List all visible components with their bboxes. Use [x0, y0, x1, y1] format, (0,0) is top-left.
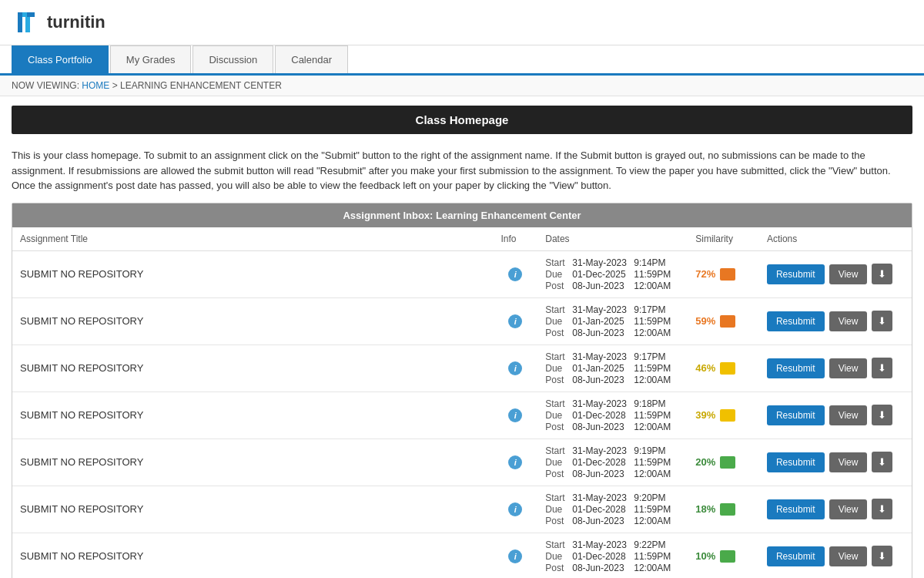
due-date: 01-Jan-2025	[572, 363, 634, 374]
post-label: Post	[545, 469, 572, 479]
start-date: 31-May-2023	[572, 445, 634, 456]
description-text: This is your class homepage. To submit t…	[0, 142, 924, 203]
svg-rect-3	[27, 12, 35, 17]
similarity-bar	[720, 503, 735, 516]
download-button[interactable]: ⬇	[872, 358, 892, 378]
start-date: 31-May-2023	[572, 398, 634, 409]
table-row: SUBMIT NO REPOSITORY i Start 31-May-2023…	[12, 439, 912, 486]
tab-my-grades[interactable]: My Grades	[110, 45, 192, 73]
resubmit-button[interactable]: Resubmit	[767, 311, 825, 331]
view-button[interactable]: View	[829, 358, 868, 378]
post-date: 08-Jun-2023	[572, 422, 634, 432]
assignment-title: SUBMIT NO REPOSITORY	[20, 456, 143, 468]
due-label: Due	[545, 504, 572, 515]
similarity-bar	[720, 362, 735, 375]
table-row: SUBMIT NO REPOSITORY i Start 31-May-2023…	[12, 344, 912, 391]
similarity-cell: 72%	[688, 250, 759, 297]
start-label: Start	[545, 351, 572, 362]
logo: turnitin	[12, 8, 105, 37]
similarity-percentage: 59%	[695, 315, 715, 327]
due-date: 01-Dec-2028	[572, 551, 634, 562]
download-button[interactable]: ⬇	[872, 452, 892, 472]
col-header-actions: Actions	[759, 227, 912, 251]
similarity-bar	[720, 550, 735, 563]
view-button[interactable]: View	[829, 499, 868, 519]
start-label: Start	[545, 257, 572, 268]
tab-class-portfolio[interactable]: Class Portfolio	[12, 45, 109, 73]
resubmit-button[interactable]: Resubmit	[767, 405, 825, 425]
view-button[interactable]: View	[829, 311, 868, 331]
info-icon[interactable]: i	[508, 267, 522, 281]
resubmit-button[interactable]: Resubmit	[767, 264, 825, 284]
due-date: 01-Dec-2028	[572, 410, 634, 421]
post-label: Post	[545, 375, 572, 385]
view-button[interactable]: View	[829, 452, 868, 472]
breadcrumb-current: LEARNING ENHANCEMENT CENTER	[120, 80, 282, 91]
info-icon[interactable]: i	[508, 314, 522, 328]
resubmit-button[interactable]: Resubmit	[767, 499, 825, 519]
download-button[interactable]: ⬇	[872, 405, 892, 425]
start-time: 9:19PM	[634, 445, 680, 456]
view-button[interactable]: View	[829, 264, 868, 284]
start-label: Start	[545, 304, 572, 315]
start-date: 31-May-2023	[572, 351, 634, 362]
post-date: 08-Jun-2023	[572, 563, 634, 573]
actions-cell: Resubmit View ⬇	[759, 486, 912, 533]
assignment-title: SUBMIT NO REPOSITORY	[20, 550, 143, 562]
download-button[interactable]: ⬇	[872, 311, 892, 331]
col-header-title: Assignment Title	[12, 227, 493, 251]
due-label: Due	[545, 410, 572, 421]
actions-cell: Resubmit View ⬇	[759, 250, 912, 297]
view-button[interactable]: View	[829, 405, 868, 425]
post-label: Post	[545, 422, 572, 432]
similarity-percentage: 10%	[695, 550, 715, 562]
table-row: SUBMIT NO REPOSITORY i Start 31-May-2023…	[12, 250, 912, 297]
info-cell: i	[493, 250, 537, 297]
due-date: 01-Dec-2028	[572, 457, 634, 468]
table-row: SUBMIT NO REPOSITORY i Start 31-May-2023…	[12, 297, 912, 344]
dates-cell: Start 31-May-2023 9:18PM Due 01-Dec-2028…	[537, 391, 688, 439]
tab-calendar[interactable]: Calendar	[275, 45, 348, 73]
info-cell: i	[493, 391, 537, 439]
download-button[interactable]: ⬇	[872, 499, 892, 519]
tab-discussion[interactable]: Discussion	[192, 45, 273, 73]
breadcrumb-home[interactable]: HOME	[82, 80, 109, 91]
due-date: 01-Jan-2025	[572, 316, 634, 327]
resubmit-button[interactable]: Resubmit	[767, 358, 825, 378]
similarity-cell: 39%	[688, 391, 759, 439]
actions-cell: Resubmit View ⬇	[759, 391, 912, 439]
post-time: 12:00AM	[634, 328, 680, 338]
table-row: SUBMIT NO REPOSITORY i Start 31-May-2023…	[12, 486, 912, 533]
start-label: Start	[545, 445, 572, 456]
turnitin-logo-icon	[12, 8, 41, 37]
post-time: 12:00AM	[634, 469, 680, 479]
similarity-cell: 20%	[688, 439, 759, 486]
actions-cell: Resubmit View ⬇	[759, 344, 912, 391]
dates-cell: Start 31-May-2023 9:20PM Due 01-Dec-2028…	[537, 486, 688, 533]
download-button[interactable]: ⬇	[872, 546, 892, 566]
nav-tabs: Class Portfolio My Grades Discussion Cal…	[0, 45, 924, 76]
assignment-title: SUBMIT NO REPOSITORY	[20, 315, 143, 327]
assignment-title-cell: SUBMIT NO REPOSITORY	[12, 439, 493, 486]
info-icon[interactable]: i	[508, 408, 522, 422]
similarity-bar	[720, 456, 735, 469]
assignment-title-cell: SUBMIT NO REPOSITORY	[12, 297, 493, 344]
post-time: 12:00AM	[634, 563, 680, 573]
resubmit-button[interactable]: Resubmit	[767, 546, 825, 566]
assignment-title-cell: SUBMIT NO REPOSITORY	[12, 391, 493, 439]
resubmit-button[interactable]: Resubmit	[767, 452, 825, 472]
info-icon[interactable]: i	[508, 549, 522, 563]
due-time: 11:59PM	[634, 551, 680, 562]
start-date: 31-May-2023	[572, 492, 634, 503]
info-cell: i	[493, 439, 537, 486]
assignment-title: SUBMIT NO REPOSITORY	[20, 362, 143, 374]
view-button[interactable]: View	[829, 546, 868, 566]
info-icon[interactable]: i	[508, 455, 522, 469]
similarity-percentage: 18%	[695, 503, 715, 515]
info-icon[interactable]: i	[508, 361, 522, 375]
due-time: 11:59PM	[634, 269, 680, 280]
breadcrumb-separator: >	[112, 80, 120, 91]
actions-cell: Resubmit View ⬇	[759, 533, 912, 578]
info-icon[interactable]: i	[508, 502, 522, 516]
download-button[interactable]: ⬇	[872, 264, 892, 284]
